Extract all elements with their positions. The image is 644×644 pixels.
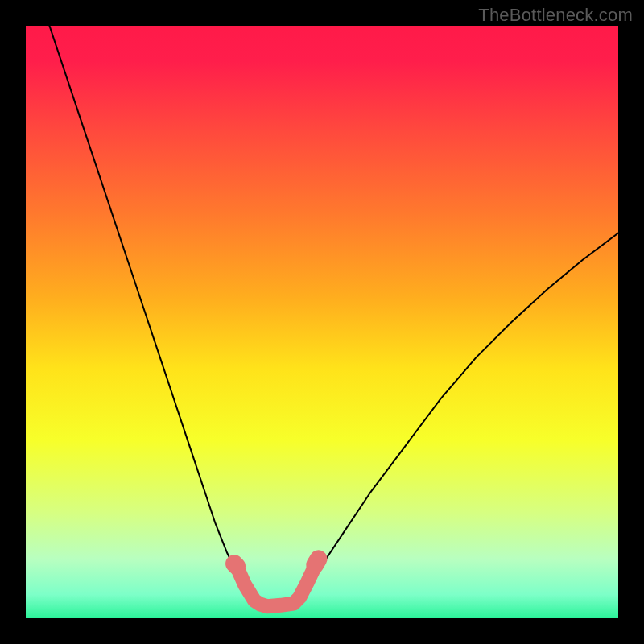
chart-plot bbox=[26, 26, 618, 618]
watermark-label: TheBottleneck.com bbox=[478, 5, 633, 26]
chart-stage: TheBottleneck.com bbox=[0, 0, 644, 644]
chart-background bbox=[26, 26, 618, 618]
series-valley-highlight-right-cap bbox=[315, 559, 318, 564]
series-valley-highlight-left-cap bbox=[234, 564, 237, 566]
chart-svg bbox=[26, 26, 618, 618]
